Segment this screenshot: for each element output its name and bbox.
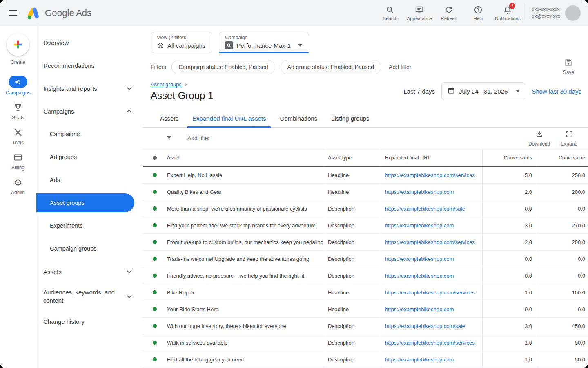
- help-button[interactable]: Help: [463, 5, 493, 21]
- filter-funnel-icon[interactable]: [165, 135, 173, 142]
- asset-type-cell: Description: [324, 351, 381, 368]
- breadcrumb-asset-groups-link[interactable]: Asset groups: [151, 81, 182, 88]
- menu-icon[interactable]: [9, 10, 17, 16]
- column-header-conv-value[interactable]: Conv. value: [538, 149, 588, 166]
- nav-item-ad-groups[interactable]: Ad groups: [36, 146, 143, 168]
- table-row[interactable]: With our huge inventory, there's bikes f…: [143, 318, 588, 334]
- table-row[interactable]: Your Ride Starts Here Headline https://e…: [143, 301, 588, 318]
- nav-item-ads[interactable]: Ads: [36, 168, 143, 191]
- expanded-final-url-link[interactable]: https://examplebikeshop.com/services: [381, 334, 482, 351]
- download-button[interactable]: Download: [528, 130, 550, 147]
- tab-combinations[interactable]: Combinations: [273, 110, 324, 127]
- expanded-final-url-link[interactable]: https://examplebikeshop.com/services: [381, 167, 482, 183]
- table-add-filter-link[interactable]: Add filter: [187, 135, 210, 141]
- search-button[interactable]: Search: [375, 5, 405, 21]
- status-column-header-icon[interactable]: [153, 156, 157, 160]
- expanded-final-url-link[interactable]: https://examplebikeshop.com/services: [381, 234, 482, 250]
- tab-expanded-final-url-assets[interactable]: Expanded final URL assets: [185, 110, 273, 127]
- nav-item-insights[interactable]: Insights and reports: [36, 77, 143, 100]
- table-header: Asset Asset type Expanded final URL Conv…: [143, 149, 588, 167]
- page-header: Asset groups › Asset Group 1 Last 7 days…: [143, 81, 588, 101]
- rail-item-admin[interactable]: ⚙ Admin: [11, 177, 25, 195]
- column-header-expanded-final-url[interactable]: Expanded final URL: [381, 149, 482, 166]
- expand-button[interactable]: Expand: [561, 130, 577, 147]
- credit-card-icon: [13, 152, 23, 163]
- column-header-conversions[interactable]: Conversions: [482, 149, 538, 166]
- nav-item-campaign-groups[interactable]: Campaign groups: [36, 237, 143, 260]
- conversions-cell: 3.0: [482, 217, 538, 233]
- tab-listing-groups[interactable]: Listing groups: [324, 110, 376, 127]
- column-header-asset[interactable]: Asset: [167, 155, 324, 161]
- campaign-selector[interactable]: Campaign Performance-Max-1: [219, 32, 309, 53]
- table-row[interactable]: Friendly advice, no pressure – we help y…: [143, 267, 588, 284]
- expanded-final-url-link[interactable]: https://examplebikeshop.com/services: [381, 284, 482, 301]
- nav-item-audiences[interactable]: Audiences, keywords, and content: [36, 283, 143, 310]
- expanded-final-url-link[interactable]: https://examplebikeshop.com: [381, 301, 482, 317]
- appearance-button[interactable]: Appearance: [405, 5, 434, 21]
- product-name: GoogleAds: [45, 8, 91, 18]
- status-enabled-icon: [153, 324, 157, 328]
- table-row[interactable]: Quality Bikes and Gear Headline https://…: [143, 184, 588, 200]
- asset-cell: Trade-ins welcome! Upgrade and keep the …: [167, 256, 324, 262]
- add-filter-link[interactable]: Add filter: [389, 64, 411, 70]
- nav-item-experiments[interactable]: Experiments: [36, 214, 143, 237]
- chevron-down-icon: [127, 270, 132, 273]
- expanded-final-url-link[interactable]: https://examplebikeshop.com: [381, 217, 482, 233]
- nav-item-change-history[interactable]: Change history: [36, 310, 143, 333]
- table-row[interactable]: More than a shop, we're a community of p…: [143, 200, 588, 217]
- view-selector[interactable]: View (2 filters) All campaigns: [151, 32, 212, 53]
- nav-item-recommendations[interactable]: Recommendations: [36, 54, 143, 77]
- asset-type-cell: Description: [324, 334, 381, 351]
- table-row[interactable]: Find your perfect ride! We stock top bra…: [143, 217, 588, 234]
- caret-down-icon: [298, 44, 302, 47]
- conv-value-cell: 0.0: [538, 301, 588, 317]
- asset-cell: Friendly advice, no pressure – we help y…: [167, 273, 324, 279]
- save-button[interactable]: Save: [563, 58, 574, 75]
- search-icon: [385, 5, 394, 14]
- asset-cell: With our huge inventory, there's bikes f…: [167, 323, 324, 329]
- date-range-picker[interactable]: July 24 - 31, 2025: [441, 82, 525, 100]
- table-row[interactable]: Walk in services available Description h…: [143, 334, 588, 351]
- table-row[interactable]: Find all the biking gear you need Descri…: [143, 351, 588, 368]
- notifications-button[interactable]: ! Notifications: [493, 5, 522, 21]
- nav-item-assets[interactable]: Assets: [36, 260, 143, 283]
- avatar[interactable]: [565, 5, 581, 21]
- conv-value-cell: 450.0: [538, 318, 588, 334]
- nav-item-sub-campaigns[interactable]: Campaigns: [36, 123, 143, 146]
- expanded-final-url-link[interactable]: https://examplebikeshop.com/sale: [381, 318, 482, 334]
- rail-item-billing[interactable]: Billing: [11, 152, 24, 171]
- rail-item-tools[interactable]: Tools: [12, 127, 24, 146]
- show-last-30-days-link[interactable]: Show last 30 days: [532, 88, 581, 95]
- status-enabled-icon: [153, 190, 157, 194]
- download-icon: [535, 130, 543, 140]
- nav-item-asset-groups[interactable]: Asset groups: [36, 193, 134, 212]
- conversions-cell: 1.0: [482, 284, 538, 301]
- table-row[interactable]: From tune-ups to custom builds, our mech…: [143, 234, 588, 251]
- expanded-final-url-link[interactable]: https://examplebikeshop.com: [381, 267, 482, 284]
- table-row[interactable]: Expert Help, No Hassle Headline https://…: [143, 167, 588, 184]
- expanded-final-url-link[interactable]: https://examplebikeshop.com: [381, 184, 482, 200]
- expanded-final-url-link[interactable]: https://examplebikeshop.com: [381, 351, 482, 368]
- nav-item-campaigns[interactable]: Campaigns: [36, 100, 143, 123]
- expanded-final-url-link[interactable]: https://examplebikeshop.com: [381, 251, 482, 267]
- account-id: xxx-xxx-xxxx: [532, 6, 560, 13]
- home-icon: [157, 41, 164, 50]
- filter-chip-ad-group-status[interactable]: Ad group status: Enabled, Paused: [281, 60, 381, 74]
- table-row[interactable]: Trade-ins welcome! Upgrade and keep the …: [143, 251, 588, 267]
- refresh-button[interactable]: Refresh: [434, 5, 463, 21]
- asset-cell: Find all the biking gear you need: [167, 357, 324, 363]
- table-row[interactable]: Bike Repair Headline https://examplebike…: [143, 284, 588, 301]
- filter-chip-campaign-status[interactable]: Campaign status: Enabled, Paused: [172, 60, 275, 74]
- create-button[interactable]: Create: [7, 33, 29, 65]
- column-header-asset-type[interactable]: Asset type: [324, 149, 381, 166]
- topbar-actions: Search Appearance Refresh Help: [375, 4, 581, 22]
- rail-item-campaigns[interactable]: Campaigns: [6, 76, 31, 96]
- asset-type-cell: Headline: [324, 184, 381, 200]
- rail-item-goals[interactable]: Goals: [11, 102, 24, 121]
- expanded-final-url-link[interactable]: https://examplebikeshop.com/sale: [381, 200, 482, 217]
- asset-cell: Expert Help, No Hassle: [167, 172, 324, 178]
- nav-item-overview[interactable]: Overview: [36, 31, 143, 54]
- tab-assets[interactable]: Assets: [153, 110, 185, 127]
- chevron-down-icon: [127, 87, 132, 90]
- conversions-cell: 3.0: [482, 318, 538, 334]
